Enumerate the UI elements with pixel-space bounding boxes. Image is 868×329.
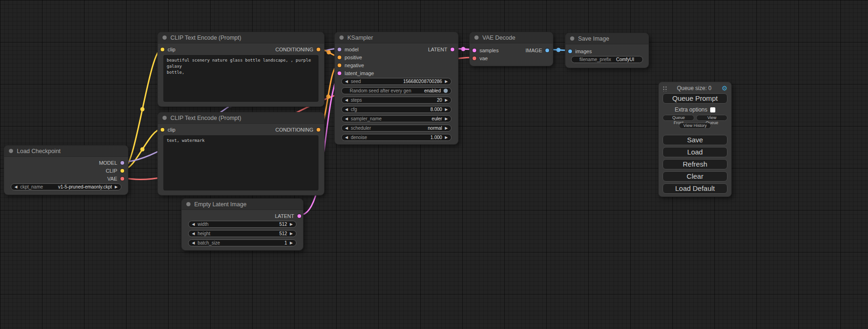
node-clip-text-encode-positive[interactable]: CLIP Text Encode (Prompt) clip CONDITION…	[157, 32, 325, 107]
node-title-bar[interactable]: VAE Decode	[470, 32, 553, 43]
node-title-bar[interactable]: CLIP Text Encode (Prompt)	[158, 112, 324, 124]
vae-input-port[interactable]	[473, 56, 476, 60]
samples-input-port[interactable]	[473, 49, 476, 52]
node-ksampler[interactable]: KSampler model LATENT positive negative …	[334, 32, 459, 145]
ckpt-name-widget[interactable]: ◀ ckpt_name v1-5-pruned-emaonly.ckpt ▶	[11, 183, 121, 190]
latent-image-input-port[interactable]	[338, 71, 341, 75]
save-button[interactable]: Save	[663, 135, 727, 145]
node-title-bar[interactable]: Load Checkpoint	[4, 146, 128, 157]
latent-output-label: LATENT	[428, 47, 447, 52]
widget-increment-icon[interactable]: ▶	[445, 126, 448, 130]
node-vae-decode[interactable]: VAE Decode samples IMAGE vae	[469, 32, 553, 66]
widget-decrement-icon[interactable]: ◀	[345, 126, 348, 130]
positive-prompt-textarea[interactable]: beautiful scenery nature glass bottle la…	[163, 55, 318, 102]
node-title-bar[interactable]: Save Image	[565, 33, 649, 44]
latent-output-label: LATENT	[275, 213, 294, 219]
positive-input-port[interactable]	[338, 56, 341, 59]
node-save-image[interactable]: Save Image images filename_prefix ComfyU…	[565, 33, 649, 68]
node-title-bar[interactable]: KSampler	[335, 32, 458, 43]
node-collapse-dot-icon[interactable]	[186, 202, 191, 206]
widget-increment-icon[interactable]: ▶	[445, 80, 448, 84]
widget-increment-icon[interactable]: ▶	[290, 223, 293, 226]
vae-output-port[interactable]	[120, 177, 124, 181]
widget-label: sampler_name	[351, 116, 381, 121]
link-midpoint-dot	[141, 147, 145, 152]
node-collapse-dot-icon[interactable]	[162, 116, 167, 120]
negative-input-port[interactable]	[338, 63, 341, 67]
widget-decrement-icon[interactable]: ◀	[14, 185, 17, 189]
widget-increment-icon[interactable]: ▶	[445, 117, 448, 121]
seed-widget[interactable]: ◀ seed 156680208700286 ▶	[341, 78, 452, 85]
clear-button[interactable]: Clear	[663, 171, 727, 182]
widget-decrement-icon[interactable]: ◀	[345, 136, 348, 140]
widget-label: width	[198, 222, 208, 227]
link-midpoint-dot	[326, 95, 331, 99]
model-output-port[interactable]	[120, 161, 124, 165]
widget-value: euler	[384, 116, 442, 121]
load-button[interactable]: Load	[663, 147, 727, 157]
node-collapse-dot-icon[interactable]	[339, 35, 344, 40]
clip-input-port[interactable]	[161, 128, 164, 132]
latent-output-port[interactable]	[451, 48, 454, 51]
widget-decrement-icon[interactable]: ◀	[345, 98, 348, 102]
widget-decrement-icon[interactable]: ◀	[345, 108, 348, 112]
link-midpoint-dot	[327, 50, 331, 55]
toggle-on-icon[interactable]	[444, 89, 448, 93]
widget-increment-icon[interactable]: ▶	[290, 232, 293, 236]
widget-decrement-icon[interactable]: ◀	[192, 232, 195, 236]
view-queue-button[interactable]: View Queue	[696, 115, 727, 121]
latent-output-port[interactable]	[297, 214, 301, 218]
widget-decrement-icon[interactable]: ◀	[345, 80, 348, 84]
random-seed-toggle-widget[interactable]: Random seed after every gen enabled	[341, 87, 452, 94]
conditioning-output-port[interactable]	[317, 48, 320, 51]
load-default-button[interactable]: Load Default	[663, 183, 727, 194]
steps-widget[interactable]: ◀ steps 20 ▶	[341, 97, 452, 104]
cfg-widget[interactable]: ◀ cfg 8.000 ▶	[341, 106, 452, 113]
image-output-port[interactable]	[545, 49, 549, 52]
node-clip-text-encode-negative[interactable]: CLIP Text Encode (Prompt) clip CONDITION…	[157, 112, 325, 196]
widget-label: denoise	[351, 135, 367, 140]
extra-options-checkbox[interactable]	[710, 107, 715, 112]
scheduler-widget[interactable]: ◀ scheduler normal ▶	[341, 125, 452, 132]
widget-increment-icon[interactable]: ▶	[445, 108, 448, 112]
widget-increment-icon[interactable]: ▶	[290, 241, 293, 245]
widget-increment-icon[interactable]: ▶	[445, 136, 448, 140]
widget-decrement-icon[interactable]: ◀	[192, 241, 195, 245]
widget-value: v1-5-pruned-emaonly.ckpt	[46, 184, 112, 189]
widget-decrement-icon[interactable]: ◀	[192, 223, 195, 226]
conditioning-output-port[interactable]	[317, 128, 320, 132]
model-input-port[interactable]	[338, 48, 341, 51]
height-widget[interactable]: ◀ height 512 ▶	[188, 230, 296, 237]
refresh-button[interactable]: Refresh	[663, 159, 727, 169]
queue-prompt-button[interactable]: Queue Prompt	[663, 93, 727, 104]
width-widget[interactable]: ◀ width 512 ▶	[188, 221, 296, 228]
extra-options-label: Extra options	[675, 106, 707, 113]
node-collapse-dot-icon[interactable]	[9, 149, 13, 153]
filename-prefix-widget[interactable]: filename_prefix ComfyUI	[571, 56, 643, 63]
drag-handle-icon[interactable]	[663, 85, 667, 91]
settings-gear-icon[interactable]: ⚙	[721, 85, 727, 91]
node-collapse-dot-icon[interactable]	[570, 36, 574, 41]
node-empty-latent-image[interactable]: Empty Latent Image LATENT ◀ width 512 ▶ …	[181, 198, 303, 251]
negative-prompt-textarea[interactable]: text, watermark	[163, 135, 318, 190]
node-load-checkpoint[interactable]: Load Checkpoint MODEL CLIP VAE ◀ ckpt_na…	[4, 145, 128, 195]
node-title-bar[interactable]: CLIP Text Encode (Prompt)	[158, 32, 324, 43]
batch-size-widget[interactable]: ◀ batch_size 1 ▶	[188, 239, 296, 246]
node-collapse-dot-icon[interactable]	[162, 35, 167, 40]
clip-output-port[interactable]	[120, 169, 124, 173]
widget-increment-icon[interactable]: ▶	[115, 185, 118, 189]
node-title: Empty Latent Image	[194, 201, 247, 208]
node-collapse-dot-icon[interactable]	[474, 35, 479, 40]
view-history-button[interactable]: View History	[679, 123, 712, 129]
node-title-bar[interactable]: Empty Latent Image	[182, 199, 303, 210]
images-input-port[interactable]	[568, 49, 572, 53]
node-title: CLIP Text Encode (Prompt)	[170, 115, 241, 121]
node-graph-canvas[interactable]: CLIP Text Encode (Prompt) clip CONDITION…	[0, 0, 868, 329]
widget-value: 512	[212, 222, 287, 227]
sampler-name-widget[interactable]: ◀ sampler_name euler ▶	[341, 115, 452, 122]
widget-decrement-icon[interactable]: ◀	[345, 117, 348, 121]
queue-front-button[interactable]: Queue Front	[663, 115, 694, 121]
widget-increment-icon[interactable]: ▶	[445, 98, 448, 102]
clip-input-port[interactable]	[161, 48, 164, 51]
denoise-widget[interactable]: ◀ denoise 1.000 ▶	[341, 134, 452, 141]
